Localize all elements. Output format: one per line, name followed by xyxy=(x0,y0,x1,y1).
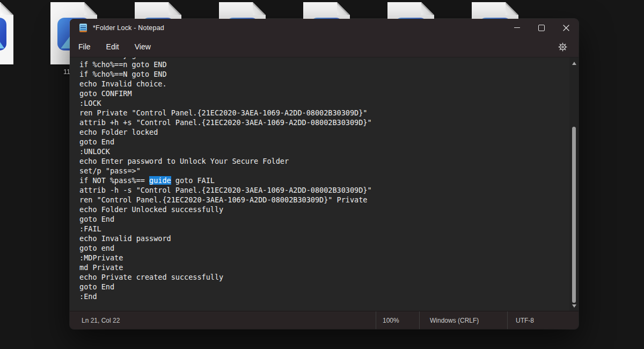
menu-edit[interactable]: Edit xyxy=(100,40,125,54)
code-line: :UNLOCK xyxy=(79,147,568,156)
code-line: goto end xyxy=(79,243,568,253)
code-line: if %cho%==n goto END xyxy=(79,60,568,69)
window-title: *Folder Lock - Notepad xyxy=(93,24,164,32)
desktop-file-icon[interactable] xyxy=(0,2,13,64)
file-app-logo-icon xyxy=(0,18,6,50)
code-line: attrib +h +s "Control Panel.{21EC2020-3A… xyxy=(79,118,568,127)
scroll-up-arrow-icon[interactable] xyxy=(572,62,576,65)
code-line: goto End xyxy=(79,137,568,147)
minimize-button[interactable] xyxy=(504,19,529,37)
notepad-window: *Folder Lock - Notepad File Edit View xyxy=(70,19,579,329)
title-bar[interactable]: *Folder Lock - Notepad xyxy=(70,19,579,37)
notepad-icon xyxy=(79,24,87,32)
menu-bar: File Edit View xyxy=(70,37,579,57)
page-fold-corner xyxy=(169,2,181,15)
caption-buttons xyxy=(504,19,579,37)
close-icon xyxy=(563,25,569,31)
page-fold-corner xyxy=(253,2,266,15)
page-fold-corner xyxy=(506,2,518,15)
encoding: UTF-8 xyxy=(507,311,579,329)
minimize-icon xyxy=(514,27,520,28)
code-line: echo Folder locked xyxy=(79,127,568,137)
code-line: goto End xyxy=(79,282,568,292)
page-fold-corner xyxy=(1,2,13,15)
selected-text: guide xyxy=(149,176,171,185)
code-line: :LOCK xyxy=(79,98,568,108)
code-line: set/p "pass=>" xyxy=(79,166,568,176)
code-line: echo Enter password to Unlock Your Secur… xyxy=(79,156,568,166)
code-line: ren "Control Panel.{21EC2020-3AEA-1069-A… xyxy=(79,195,568,205)
code-line: goto CONFIRM xyxy=(79,89,568,98)
code-line: attrib -h -s "Control Panel.{21EC2020-3A… xyxy=(79,185,568,195)
menu-view[interactable]: View xyxy=(129,40,157,54)
editor-content: if %cho%==y goto LOCKif %cho%==n goto EN… xyxy=(79,57,568,301)
code-line: echo Invalid choice. xyxy=(79,79,568,89)
code-line: if %cho%==N goto END xyxy=(79,69,568,79)
maximize-button[interactable] xyxy=(529,19,554,37)
vertical-scrollbar[interactable] xyxy=(569,57,579,311)
code-line: goto End xyxy=(79,214,568,224)
status-bar: Ln 21, Col 22 100% Windows (CRLF) UTF-8 xyxy=(70,311,579,329)
code-line: :FAIL xyxy=(79,224,568,234)
code-line: ren Private "Control Panel.{21EC2020-3AE… xyxy=(79,108,568,118)
code-line: :MDPrivate xyxy=(79,253,568,263)
gear-icon xyxy=(558,42,567,52)
code-line: echo Invalid password xyxy=(79,234,568,243)
status-right-group: 100% Windows (CRLF) UTF-8 xyxy=(376,311,579,329)
text-editor[interactable]: if %cho%==y goto LOCKif %cho%==n goto EN… xyxy=(70,57,579,311)
code-line: md Private xyxy=(79,263,568,272)
code-line: if NOT %pass%== guide goto FAIL xyxy=(79,176,568,185)
line-ending: Windows (CRLF) xyxy=(419,311,507,329)
scrollbar-thumb[interactable] xyxy=(572,127,576,303)
code-line: echo Private created successfully xyxy=(79,272,568,282)
code-line: echo Folder Unlocked successfully xyxy=(79,205,568,214)
zoom-level: 100% xyxy=(376,311,419,329)
cursor-position: Ln 21, Col 22 xyxy=(82,317,120,324)
settings-button[interactable] xyxy=(554,39,570,54)
page-fold-corner xyxy=(421,2,434,15)
page-fold-corner xyxy=(84,2,97,15)
page-fold-corner xyxy=(337,2,350,15)
scroll-down-arrow-icon[interactable] xyxy=(572,304,576,308)
close-button[interactable] xyxy=(554,19,579,37)
code-line: :End xyxy=(79,292,568,301)
menu-file[interactable]: File xyxy=(72,40,97,54)
maximize-icon xyxy=(538,25,545,31)
